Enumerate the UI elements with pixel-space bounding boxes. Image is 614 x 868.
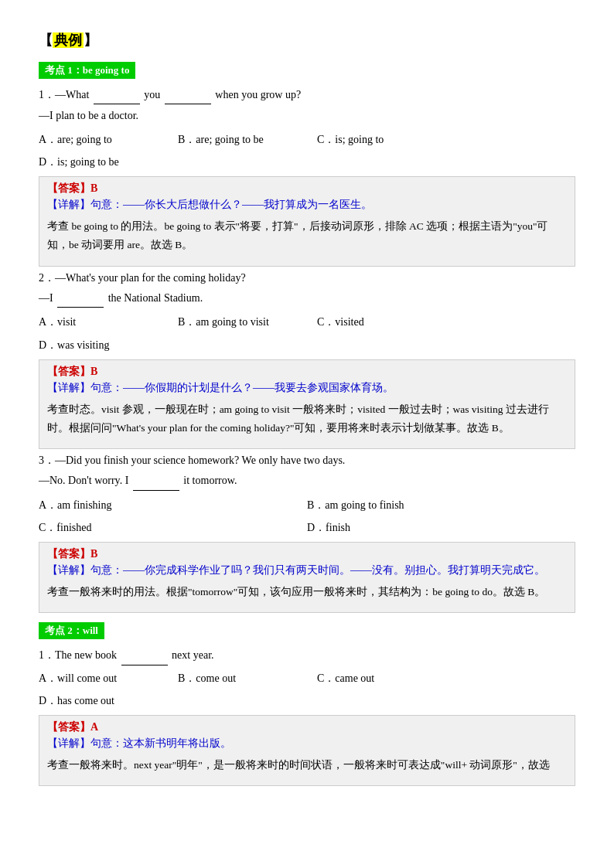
question-3-reply: —No. Don't worry. I it tomorrow. bbox=[39, 472, 575, 490]
option-1d: D．is; going to be bbox=[39, 152, 178, 172]
title-text: 典例 bbox=[53, 32, 84, 48]
option-3a: A．am finishing bbox=[39, 495, 307, 515]
question-2-options: A．visit B．am going to visit C．visited D．… bbox=[39, 312, 575, 354]
section-2: 考点 2：will 1．The new book next year. A．wi… bbox=[39, 622, 575, 786]
answer-block-4: 【答案】A 【详解】句意：这本新书明年将出版。 考查一般将来时。next yea… bbox=[39, 715, 575, 786]
option-3b: B．am going to finish bbox=[307, 495, 575, 515]
detail-explain-3: 考查一般将来时的用法。根据"tomorrow"可知，该句应用一般将来时，其结构为… bbox=[47, 583, 567, 601]
answer-block-1: 【答案】B 【详解】句意：——你长大后想做什么？——我打算成为一名医生。 考查 … bbox=[39, 176, 575, 266]
question-2-text: 2．—What's your plan for the coming holid… bbox=[39, 270, 575, 287]
option-2b: B．am going to visit bbox=[178, 312, 317, 332]
blank-2 bbox=[57, 290, 104, 308]
section-tag-1: 考点 1：be going to bbox=[39, 62, 135, 79]
question-1-reply: —I plan to be a doctor. bbox=[39, 107, 575, 124]
question-1-text: 1．—What you when you grow up? bbox=[39, 87, 575, 104]
option-2c: C．visited bbox=[317, 312, 456, 332]
question-4: 1．The new book next year. A．will come ou… bbox=[39, 647, 575, 710]
detail-sentence-1: 【详解】句意：——你长大后想做什么？——我打算成为一名医生。 bbox=[47, 196, 567, 214]
page-container: 【典例】 考点 1：be going to 1．—What you when y… bbox=[39, 31, 575, 786]
bracket-right: 】 bbox=[84, 32, 97, 48]
option-1c: C．is; going to bbox=[317, 130, 456, 149]
detail-sentence-2: 【详解】句意：——你假期的计划是什么？——我要去参观国家体育场。 bbox=[47, 379, 567, 397]
page-title: 【典例】 bbox=[39, 31, 575, 49]
question-3: 3．—Did you finish your science homework?… bbox=[39, 452, 575, 537]
detail-explain-2: 考查时态。visit 参观，一般现在时；am going to visit 一般… bbox=[47, 400, 567, 438]
question-2: 2．—What's your plan for the coming holid… bbox=[39, 270, 575, 355]
answer-block-2: 【答案】B 【详解】句意：——你假期的计划是什么？——我要去参观国家体育场。 考… bbox=[39, 359, 575, 449]
option-4a: A．will come out bbox=[39, 669, 178, 688]
question-1-options: A．are; going to B．are; going to be C．is;… bbox=[39, 130, 575, 172]
option-2d: D．was visiting bbox=[39, 335, 178, 355]
question-3-options: A．am finishing B．am going to finish C．fi… bbox=[39, 495, 575, 537]
option-4d: D．has come out bbox=[39, 691, 178, 710]
blank-1a bbox=[94, 87, 140, 104]
answer-label-3: 【答案】B bbox=[47, 548, 97, 560]
question-2-reply: —I the National Stadium. bbox=[39, 290, 575, 308]
option-3d: D．finish bbox=[307, 518, 575, 537]
question-3-text: 3．—Did you finish your science homework?… bbox=[39, 452, 575, 469]
answer-label-4: 【答案】A bbox=[47, 721, 98, 733]
answer-label-2: 【答案】B bbox=[47, 366, 97, 377]
answer-block-3: 【答案】B 【详解】句意：——你完成科学作业了吗？我们只有两天时间。——没有。别… bbox=[39, 542, 575, 613]
detail-sentence-4: 【详解】句意：这本新书明年将出版。 bbox=[47, 734, 567, 753]
blank-3 bbox=[133, 472, 179, 490]
section-tag-2: 考点 2：will bbox=[39, 622, 104, 639]
bracket-left: 【 bbox=[39, 32, 53, 48]
option-1a: A．are; going to bbox=[39, 130, 178, 149]
blank-4 bbox=[121, 647, 168, 665]
option-3c: C．finished bbox=[39, 518, 307, 537]
detail-sentence-3: 【详解】句意：——你完成科学作业了吗？我们只有两天时间。——没有。别担心。我打算… bbox=[47, 561, 567, 580]
question-1: 1．—What you when you grow up? —I plan to… bbox=[39, 87, 575, 172]
blank-1b bbox=[165, 87, 211, 104]
question-4-options: A．will come out B．come out C．came out D．… bbox=[39, 669, 575, 710]
section-1: 考点 1：be going to 1．—What you when you gr… bbox=[39, 62, 575, 613]
option-4c: C．came out bbox=[317, 669, 456, 688]
detail-explain-1: 考查 be going to 的用法。be going to 表示"将要，打算"… bbox=[47, 217, 567, 255]
option-1b: B．are; going to be bbox=[178, 130, 317, 149]
option-4b: B．come out bbox=[178, 669, 317, 688]
option-2a: A．visit bbox=[39, 312, 178, 332]
detail-explain-4: 考查一般将来时。next year"明年"，是一般将来时的时间状语，一般将来时可… bbox=[47, 756, 567, 774]
answer-label-1: 【答案】B bbox=[47, 182, 97, 194]
question-4-text: 1．The new book next year. bbox=[39, 647, 575, 665]
